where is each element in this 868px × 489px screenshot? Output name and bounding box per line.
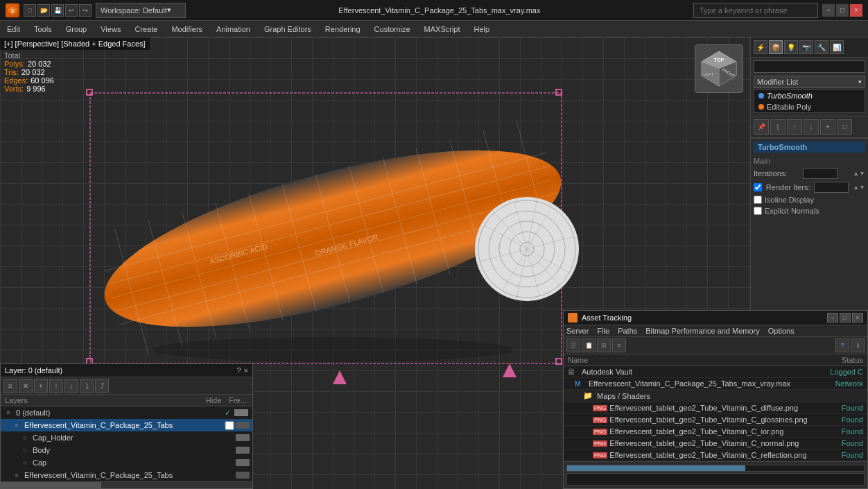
layer-row-0[interactable]: ≡ 0 (default) ✓	[1, 406, 252, 419]
layer-icon-0: ≡	[3, 408, 13, 418]
asset-tool-2[interactable]: 📋	[582, 338, 596, 352]
maximize-button[interactable]: □	[836, 4, 849, 17]
search-input[interactable]	[693, 3, 818, 18]
asset-minimize[interactable]: −	[827, 313, 838, 323]
iterations-spinner[interactable]: ▲▼	[853, 170, 865, 177]
asset-menu-options[interactable]: Options	[768, 327, 795, 335]
render-iters-input[interactable]: 2	[814, 182, 849, 193]
asset-tool-info[interactable]: ℹ	[851, 338, 865, 352]
asset-row-glossines[interactable]: PNG Effervescent_tablet_geo2_Tube_Vitami…	[564, 414, 867, 426]
asset-menu-paths[interactable]: Paths	[618, 327, 637, 335]
layer-col-name: Layers	[5, 396, 200, 404]
rp-icon-3[interactable]: 💡	[784, 40, 798, 54]
menu-tools[interactable]: Tools	[27, 21, 59, 37]
close-button[interactable]: ×	[850, 4, 862, 17]
redo-btn[interactable]: ↪	[79, 4, 92, 17]
rp-icon-2[interactable]: 📦	[769, 40, 783, 54]
modifier-section: TurboSmooth Main Iterations: 0 ▲▼ Render…	[751, 138, 868, 219]
asset-table-header: Name Status	[564, 354, 867, 366]
panel-tool-3[interactable]: ↓	[804, 119, 819, 135]
asset-row-ior[interactable]: PNG Effervescent_tablet_geo2_Tube_Vitami…	[564, 426, 867, 438]
render-iters-spinner[interactable]: ▲▼	[853, 184, 865, 191]
asset-row-maps[interactable]: 📁 Maps / Shaders	[564, 390, 867, 402]
layer-row-2[interactable]: ≡ Effervescent_Vitamin_C_Package_25_Tabs	[1, 469, 252, 481]
new-btn[interactable]: □	[24, 4, 36, 17]
rp-icon-5[interactable]: 🔧	[815, 40, 828, 54]
asset-row-diffuse[interactable]: PNG Effervescent_tablet_geo2_Tube_Vitami…	[564, 402, 867, 414]
panel-tool-pin[interactable]: 📌	[754, 119, 769, 135]
panel-tool-5[interactable]: □	[837, 119, 852, 135]
minimize-button[interactable]: −	[822, 4, 835, 17]
menu-maxscript[interactable]: MAXScript	[417, 21, 467, 37]
asset-row-reflection[interactable]: PNG Effervescent_tablet_geo2_Tube_Vitami…	[564, 449, 867, 461]
asset-progress-bar	[567, 465, 745, 471]
menu-modifiers[interactable]: Modifiers	[164, 21, 209, 37]
panel-tool-2[interactable]: ↑	[787, 119, 802, 135]
svg-rect-3	[87, 89, 92, 95]
undo-btn[interactable]: ↩	[65, 4, 78, 17]
asset-menu-server[interactable]: Server	[566, 327, 589, 335]
menu-views[interactable]: Views	[94, 21, 128, 37]
asset-menu-bitmap[interactable]: Bitmap Performance and Memory	[645, 327, 759, 335]
mod-dot-1	[758, 93, 764, 98]
asset-tool-3[interactable]: ⊞	[597, 338, 611, 352]
menu-rendering[interactable]: Rendering	[318, 21, 367, 37]
asset-status-diffuse: Found	[808, 404, 863, 412]
rp-icon-1[interactable]: ⚡	[754, 40, 767, 54]
layer-tool-4[interactable]: ⤵	[80, 379, 94, 393]
panel-tool-1[interactable]: |	[770, 119, 785, 135]
menu-help[interactable]: Help	[467, 21, 497, 37]
menu-group[interactable]: Group	[59, 21, 94, 37]
layer-tool-1[interactable]: ≡	[3, 379, 17, 393]
asset-tool-1[interactable]: ☰	[566, 338, 580, 352]
layer-tool-3[interactable]: ↓	[64, 379, 78, 393]
asset-row-vault[interactable]: 🏛 Autodesk Vault Logged C	[564, 366, 867, 378]
rp-icon-6[interactable]: 📊	[830, 40, 844, 54]
menu-edit[interactable]: Edit	[0, 21, 27, 37]
asset-input-row[interactable]	[566, 473, 865, 486]
layer-scrollbar-thumb[interactable]	[1, 482, 101, 488]
panel-tool-4[interactable]: +	[820, 119, 835, 135]
asset-row-maxfile[interactable]: M Effervescent_Vitamin_C_Package_25_Tabs…	[564, 378, 867, 390]
rp-icon-4[interactable]: 📷	[799, 40, 813, 54]
explicit-normals-checkbox[interactable]	[754, 207, 762, 215]
layer-row-cap-holder[interactable]: ○ Cap_Holder	[1, 431, 252, 444]
open-btn[interactable]: 📂	[37, 4, 50, 17]
asset-row-normal[interactable]: PNG Effervescent_tablet_geo2_Tube_Vitami…	[564, 438, 867, 449]
layer-row-body[interactable]: ○ Body	[1, 444, 252, 456]
layer-panel-help[interactable]: ?	[236, 366, 241, 375]
nav-cube[interactable]: TOP FRONT LEFT	[695, 44, 743, 93]
layer-icon-cap-holder: ○	[20, 433, 30, 443]
menu-create[interactable]: Create	[128, 21, 164, 37]
modifier-turbosmooth[interactable]: TurboSmooth	[754, 90, 865, 101]
asset-name-maps: Maps / Shaders	[597, 392, 808, 400]
layer-row-cap[interactable]: ○ Cap	[1, 456, 252, 469]
layer-tool-2[interactable]: ↑	[49, 379, 63, 393]
object-name-input[interactable]: Cap	[754, 60, 865, 73]
layer-panel-close[interactable]: ×	[244, 366, 248, 375]
layer-tool-5[interactable]: ⤴	[95, 379, 109, 393]
layer-tool-add[interactable]: +	[34, 379, 48, 393]
modifier-editablepoly[interactable]: Editable Poly	[754, 101, 865, 112]
iterations-input[interactable]: 0	[803, 168, 837, 179]
asset-menu-file[interactable]: File	[597, 327, 609, 335]
layer-checkbox-1[interactable]	[223, 421, 236, 430]
viewport-nav-cube[interactable]: TOP FRONT LEFT	[695, 44, 743, 93]
isoline-checkbox[interactable]	[754, 196, 762, 204]
asset-tool-help[interactable]: ?	[835, 338, 849, 352]
menu-graph-editors[interactable]: Graph Editors	[257, 21, 318, 37]
layer-row-1[interactable]: ≡ Effervescent_Vitamin_C_Package_25_Tabs	[1, 419, 252, 431]
asset-window-buttons: − □ ×	[827, 313, 863, 323]
layer-scrollbar[interactable]	[1, 481, 252, 488]
render-iters-checkbox[interactable]	[754, 183, 762, 191]
asset-maximize[interactable]: □	[840, 313, 851, 323]
render-iters-label: Render Iters:	[766, 183, 810, 191]
menu-animation[interactable]: Animation	[209, 21, 257, 37]
asset-close[interactable]: ×	[852, 313, 863, 323]
menu-customize[interactable]: Customize	[367, 21, 417, 37]
asset-tool-4[interactable]: ≡	[612, 338, 626, 352]
modifier-list-header[interactable]: Modifier List ▾	[754, 76, 865, 88]
save-btn[interactable]: 💾	[51, 4, 64, 17]
layer-tool-delete[interactable]: ✕	[19, 379, 33, 393]
workspace-dropdown[interactable]: Workspace: Default ▾	[96, 3, 186, 18]
